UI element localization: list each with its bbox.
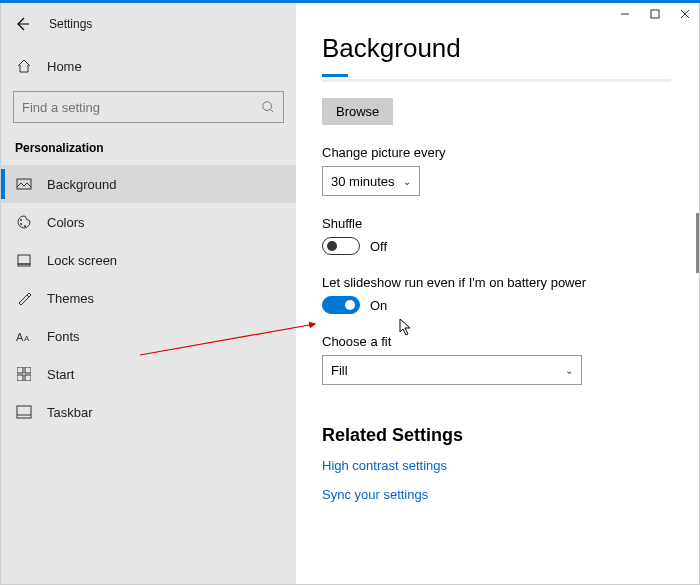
- separator: [322, 79, 671, 82]
- title-underline: [322, 74, 348, 77]
- sidebar-item-label: Lock screen: [47, 253, 117, 268]
- browse-button[interactable]: Browse: [322, 98, 393, 125]
- shuffle-value: Off: [370, 239, 387, 254]
- sidebar-item-label: Background: [47, 177, 116, 192]
- fit-label: Choose a fit: [322, 334, 671, 349]
- change-picture-select[interactable]: 30 minutes ⌄: [322, 166, 420, 196]
- svg-line-5: [271, 110, 274, 113]
- palette-icon: [15, 213, 33, 231]
- app-title: Settings: [49, 17, 92, 31]
- svg-point-4: [263, 102, 272, 111]
- sidebar-item-label: Start: [47, 367, 74, 382]
- sidebar-item-label: Themes: [47, 291, 94, 306]
- sidebar-item-taskbar[interactable]: Taskbar: [1, 393, 296, 431]
- close-button[interactable]: [670, 3, 700, 25]
- related-heading: Related Settings: [322, 425, 671, 446]
- sidebar-item-label: Home: [47, 59, 82, 74]
- svg-rect-16: [17, 375, 23, 381]
- themes-icon: [15, 289, 33, 307]
- search-input[interactable]: [13, 91, 284, 123]
- chevron-down-icon: ⌄: [403, 176, 411, 187]
- link-sync-settings[interactable]: Sync your settings: [322, 487, 671, 502]
- link-high-contrast[interactable]: High contrast settings: [322, 458, 671, 473]
- page-title: Background: [322, 33, 671, 64]
- svg-point-8: [20, 223, 22, 225]
- sidebar-item-themes[interactable]: Themes: [1, 279, 296, 317]
- select-value: 30 minutes: [331, 174, 395, 189]
- sidebar: Settings Home Personalization Background: [1, 3, 296, 584]
- back-arrow-icon[interactable]: [13, 15, 31, 33]
- svg-rect-11: [18, 264, 30, 266]
- change-picture-label: Change picture every: [322, 145, 671, 160]
- picture-icon: [15, 175, 33, 193]
- svg-rect-18: [17, 406, 31, 418]
- battery-toggle[interactable]: [322, 296, 360, 314]
- svg-rect-1: [651, 10, 659, 18]
- lock-icon: [15, 251, 33, 269]
- sidebar-item-fonts[interactable]: AA Fonts: [1, 317, 296, 355]
- svg-text:A: A: [16, 331, 24, 343]
- scrollbar[interactable]: [696, 213, 699, 273]
- minimize-button[interactable]: [610, 3, 640, 25]
- sidebar-item-label: Colors: [47, 215, 85, 230]
- sidebar-item-home[interactable]: Home: [1, 47, 296, 85]
- battery-label: Let slideshow run even if I'm on battery…: [322, 275, 671, 290]
- sidebar-item-label: Taskbar: [47, 405, 93, 420]
- category-label: Personalization: [1, 137, 296, 165]
- taskbar-icon: [15, 403, 33, 421]
- svg-point-9: [24, 225, 26, 227]
- search-icon: [261, 100, 275, 114]
- battery-value: On: [370, 298, 387, 313]
- window-controls: [610, 3, 700, 25]
- svg-point-7: [20, 219, 22, 221]
- svg-text:A: A: [24, 334, 30, 343]
- svg-rect-14: [17, 367, 23, 373]
- svg-rect-17: [25, 375, 31, 381]
- maximize-button[interactable]: [640, 3, 670, 25]
- sidebar-item-background[interactable]: Background: [1, 165, 296, 203]
- home-icon: [15, 57, 33, 75]
- shuffle-label: Shuffle: [322, 216, 671, 231]
- chevron-down-icon: ⌄: [565, 365, 573, 376]
- sidebar-item-colors[interactable]: Colors: [1, 203, 296, 241]
- shuffle-toggle[interactable]: [322, 237, 360, 255]
- fonts-icon: AA: [15, 327, 33, 345]
- svg-rect-10: [18, 255, 30, 264]
- content-pane: Background Browse Change picture every 3…: [296, 3, 699, 584]
- sidebar-item-lockscreen[interactable]: Lock screen: [1, 241, 296, 279]
- svg-rect-15: [25, 367, 31, 373]
- select-value: Fill: [331, 363, 348, 378]
- search-field[interactable]: [22, 100, 242, 115]
- svg-rect-6: [17, 179, 31, 189]
- sidebar-item-start[interactable]: Start: [1, 355, 296, 393]
- fit-select[interactable]: Fill ⌄: [322, 355, 582, 385]
- start-icon: [15, 365, 33, 383]
- sidebar-item-label: Fonts: [47, 329, 80, 344]
